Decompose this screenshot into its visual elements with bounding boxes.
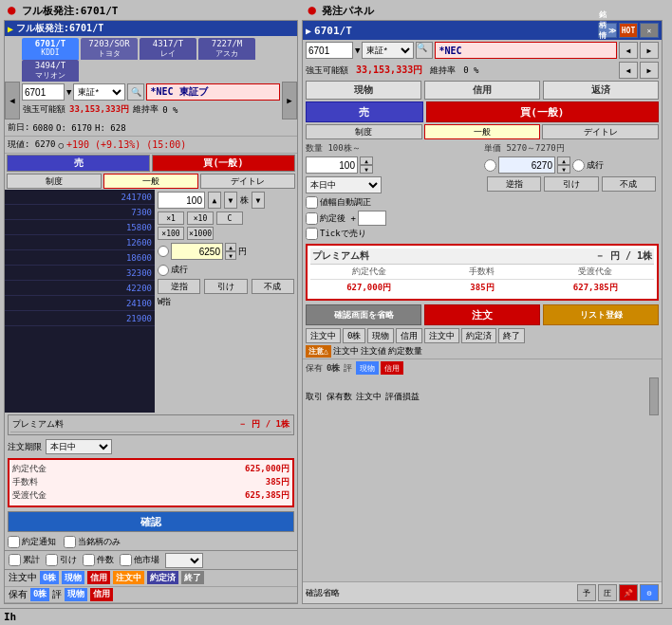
- price-spin-up[interactable]: ▲: [225, 243, 236, 251]
- right-qty-input[interactable]: [306, 156, 358, 174]
- right-genbutsu-tab[interactable]: 現物: [306, 81, 421, 100]
- right-gyaku-btn[interactable]: 逆指: [487, 176, 541, 192]
- right-shinyo-tab2[interactable]: 信用: [396, 328, 422, 343]
- prev-label: 前日:: [8, 121, 29, 134]
- right-qty-up[interactable]: ▲: [360, 156, 373, 165]
- right-settings-icon[interactable]: ⚙: [640, 584, 659, 601]
- right-tick-check[interactable]: [306, 228, 318, 240]
- right-premium-section: プレミアム料 － 円 / 1株 約定代金 手数料 受渡代金 627,000円 3…: [306, 244, 659, 301]
- nav-right-btn[interactable]: ▶: [282, 82, 297, 119]
- left-stock-input[interactable]: [22, 83, 65, 101]
- right-nariyuki-radio[interactable]: [572, 159, 585, 172]
- info-btn[interactable]: 銘柄情報 ≫: [598, 23, 617, 38]
- right-qty-down[interactable]: ▼: [360, 165, 373, 174]
- price-radio[interactable]: [158, 246, 169, 257]
- right-0-tab[interactable]: 0株: [343, 328, 365, 343]
- options-dropdown[interactable]: [165, 553, 203, 568]
- nav-left-btn[interactable]: ◀: [5, 82, 20, 119]
- right-genbutsu-tab2[interactable]: 現物: [367, 328, 394, 343]
- right-market-select[interactable]: 東証* 東証: [362, 42, 414, 59]
- left-title-bar: ▶ フル板発注:6701/T: [5, 21, 297, 36]
- right-yakuteisumi-tab[interactable]: 約定済: [461, 328, 496, 343]
- right-back-btn[interactable]: ◀: [619, 42, 638, 59]
- right-daytrade-tab[interactable]: デイトレ: [542, 124, 659, 139]
- opt-kensuu[interactable]: 件数: [83, 554, 114, 566]
- right-chukamon-tab[interactable]: 注文中: [306, 328, 341, 343]
- stock-tab-3[interactable]: 7227/M アスカ: [198, 38, 255, 60]
- opt-other-market[interactable]: 他市場: [120, 554, 159, 566]
- stock-tab-2[interactable]: 4317/T レイ: [140, 38, 196, 60]
- right-yotei-icon[interactable]: 予: [577, 584, 596, 601]
- right-close-btn[interactable]: ✕: [640, 23, 659, 38]
- right-tesuryo-val: 385円: [425, 282, 538, 294]
- right-seido-tab[interactable]: 制度: [306, 124, 422, 139]
- right-chukamon-tab2[interactable]: 注文中: [424, 328, 459, 343]
- left-search-btn[interactable]: 🔍: [127, 83, 144, 101]
- right-yakuteigo-input[interactable]: [358, 211, 386, 226]
- notify-stock-checkbox[interactable]: [64, 536, 76, 548]
- mult-c[interactable]: C: [216, 211, 243, 225]
- right-shuryo-tab[interactable]: 終了: [498, 328, 525, 343]
- gsb-hoyu-genbutsu: 現物: [65, 588, 87, 601]
- right-funari-btn[interactable]: 不成: [602, 176, 656, 192]
- right-confirm-btn[interactable]: 確認画面を省略: [306, 304, 421, 325]
- right-ippan-tab[interactable]: 一般: [424, 124, 541, 139]
- right-scrollbar[interactable]: [649, 377, 659, 415]
- price-input-field[interactable]: [171, 243, 223, 260]
- left-holdrate-label: 維持率: [133, 103, 159, 116]
- right-pin-icon[interactable]: 📌: [619, 584, 638, 601]
- qty-spin-down[interactable]: ▼: [224, 192, 237, 209]
- left-sell-tab[interactable]: 売: [7, 155, 150, 172]
- right-buy-sell-row: 売 買(一般): [303, 101, 662, 123]
- qty-spin-up[interactable]: ▲: [208, 192, 221, 209]
- right-register-btn[interactable]: リスト登録: [543, 304, 659, 325]
- right-shinyo-tab[interactable]: 信用: [424, 81, 540, 100]
- right-price-down[interactable]: ▼: [557, 165, 570, 174]
- right-auto-check[interactable]: [306, 196, 318, 209]
- right-seisan-tab[interactable]: 返済: [543, 81, 659, 100]
- nariyuki-radio[interactable]: [158, 265, 169, 276]
- right-order-btn[interactable]: 注文: [424, 304, 540, 325]
- mult-x10[interactable]: ×10: [187, 211, 214, 225]
- mult-x1[interactable]: ×1: [158, 211, 184, 225]
- notify-stock-check[interactable]: 当銘柄のみ: [64, 536, 121, 548]
- gyaku-btn[interactable]: 逆指: [158, 279, 200, 294]
- right-atsu-icon[interactable]: 圧: [598, 584, 617, 601]
- hot-btn[interactable]: HOT: [619, 23, 638, 38]
- right-yakuteigo-check[interactable]: [306, 212, 318, 225]
- left-market-select[interactable]: 東証* 大証: [73, 83, 125, 101]
- stock-tab-4[interactable]: 3494/T マリオン: [22, 60, 79, 82]
- mult-x1000[interactable]: ×1000: [187, 227, 214, 240]
- stock-tab-1[interactable]: 7203/SOR トヨタ: [81, 38, 138, 60]
- right-price-input[interactable]: [498, 156, 555, 174]
- ob-row-7: 24100: [5, 296, 155, 311]
- right-search-btn[interactable]: 🔍: [416, 42, 433, 59]
- right-validity-select[interactable]: 本日中: [306, 176, 382, 193]
- right-forward-btn[interactable]: ▶: [640, 42, 659, 59]
- notify-check[interactable]: 約定通知: [8, 536, 56, 548]
- left-ippan-tab[interactable]: 一般: [103, 174, 198, 189]
- validity-select[interactable]: 本日中 週内: [46, 439, 112, 454]
- right-icon-back2[interactable]: ◀: [619, 62, 638, 79]
- right-stock-input[interactable]: [306, 42, 353, 59]
- hike-btn[interactable]: 引け: [204, 279, 247, 294]
- right-icon-forward2[interactable]: ▶: [640, 62, 659, 79]
- price-spin-down[interactable]: ▼: [225, 251, 236, 260]
- left-seido-tab[interactable]: 制度: [7, 174, 102, 189]
- funari-btn[interactable]: 不成: [252, 279, 294, 294]
- mult-x100[interactable]: ×100: [158, 227, 184, 240]
- right-price-radio[interactable]: [484, 159, 496, 172]
- qty-dropdown[interactable]: ▼: [252, 192, 265, 209]
- left-daytrade-tab[interactable]: デイトレ: [200, 174, 295, 189]
- left-qty-input[interactable]: [158, 192, 205, 209]
- opt-cumulative[interactable]: 累計: [9, 554, 40, 566]
- right-hike-btn[interactable]: 引け: [544, 176, 598, 192]
- right-buy-btn[interactable]: 買(一般): [426, 101, 659, 122]
- stock-tab-0[interactable]: 6701/T KDDI: [22, 38, 79, 60]
- right-sell-btn[interactable]: 売: [306, 101, 423, 122]
- left-confirm-btn[interactable]: 確認: [8, 511, 294, 532]
- left-buy-tab[interactable]: 買(一般): [152, 155, 295, 172]
- right-price-up[interactable]: ▲: [557, 156, 570, 165]
- notify-checkbox[interactable]: [8, 536, 20, 548]
- opt-hike[interactable]: 引け: [46, 554, 77, 566]
